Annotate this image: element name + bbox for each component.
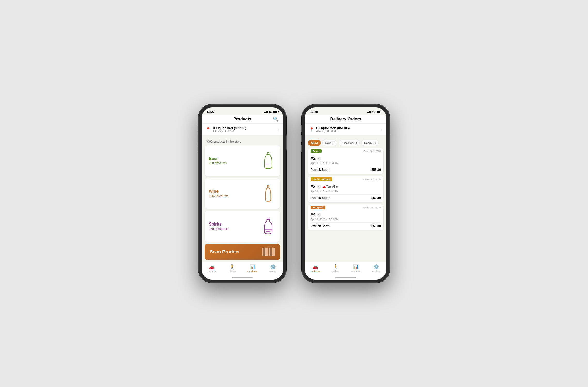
nav-settings-label-right: Settings: [372, 270, 381, 273]
home-indicator-left: [202, 275, 283, 280]
location-pin-right: 📍: [309, 127, 314, 132]
nav-pickup-label-right: Pickup: [332, 270, 339, 273]
driver-name: Tom Allan: [326, 185, 338, 188]
products-icon-left: 📊: [250, 264, 256, 270]
wine-count: 1362 products: [209, 194, 228, 198]
customer-3: Patrick Scott: [311, 224, 329, 228]
order-number-2: #3 © 🚗 Tom Allan: [311, 184, 381, 189]
products-header: Products 🔍: [202, 115, 283, 124]
store-name-right: D Liquor Mart (851185): [316, 126, 350, 130]
battery-icon-left: [273, 111, 278, 113]
scan-label: Scan Product: [210, 249, 240, 255]
location-bar-left[interactable]: 📍 D Liquor Mart (851185) Atlanta, GA 303…: [202, 124, 283, 136]
scene: 12:27 4G Products 🔍: [198, 104, 390, 283]
spirits-bottle-icon: [260, 217, 276, 235]
customer-1: Patrick Scott: [311, 168, 329, 172]
nav-products-right[interactable]: 📊 Products: [346, 264, 366, 273]
right-phone: 12:26 4G Delivery Orders: [302, 104, 390, 283]
amount-1: $53.30: [371, 168, 381, 172]
spirits-count: 1781 products: [209, 227, 228, 231]
delivery-icon-right: 🚗: [312, 264, 318, 270]
filter-all[interactable]: All(5): [308, 140, 321, 146]
bottom-nav-right: 🚗 Delivery 🚶 Pickup 📊 Products ⚙️ Settin…: [305, 262, 386, 275]
nav-settings-right[interactable]: ⚙️ Settings: [366, 264, 386, 273]
status-bar-right: 12:26 4G: [305, 107, 386, 115]
scan-product-button[interactable]: Scan Product: [205, 244, 280, 260]
spirits-category[interactable]: Spirits 1781 products: [205, 211, 280, 242]
status-badge-3: Accepted: [311, 206, 325, 209]
wine-name: Wine: [209, 189, 228, 194]
order-card-3[interactable]: Accepted Order No: 12338 #4 © Apr 11, 20…: [308, 204, 383, 230]
nav-pickup-label: Pickup: [229, 270, 236, 273]
car-icon: 🚗: [322, 185, 326, 188]
network-right: 4G: [372, 111, 375, 113]
order-card-2[interactable]: Out for Delivery Order No: 12335 #3 © 🚗 …: [308, 176, 383, 202]
search-icon[interactable]: 🔍: [273, 116, 278, 122]
svg-rect-0: [267, 153, 269, 155]
beer-category[interactable]: Beer 858 products: [205, 145, 280, 176]
order-date-1: Apr 11, 2020 at 1:54 AM: [311, 162, 381, 165]
nav-pickup-left[interactable]: 🚶 Pickup: [222, 264, 242, 273]
network-left: 4G: [269, 111, 272, 113]
order-number-1: #2 ©: [311, 156, 381, 161]
store-address-left: Atlanta, GA 30303: [213, 130, 246, 133]
pickup-icon: 🚶: [229, 264, 235, 270]
order-number-3: #4 ©: [311, 212, 381, 218]
chevron-right-left: ›: [278, 128, 279, 132]
wine-category[interactable]: Wine 1362 products: [205, 178, 280, 209]
order-date-3: Apr 11, 2020 at 2:02 AM: [311, 218, 381, 221]
nav-products-label-right: Products: [351, 270, 361, 273]
order-no-1: Order No: 12333: [363, 150, 381, 152]
nav-settings-label: Settings: [269, 270, 277, 273]
customer-2: Patrick Scott: [311, 196, 329, 200]
products-title: Products: [233, 117, 251, 121]
svg-rect-2: [267, 185, 269, 188]
filter-accepted[interactable]: Accepted(1): [339, 140, 360, 146]
wine-bottle-icon: [260, 184, 276, 203]
signal-icon-right: [367, 111, 371, 113]
status-badge-2: Out for Delivery: [311, 177, 332, 181]
nav-delivery-label-right: Delivery: [311, 270, 320, 273]
nav-delivery-left[interactable]: 🚗 Delivery: [202, 264, 222, 273]
amount-3: $53.30: [371, 224, 381, 228]
battery-icon-right: [376, 111, 381, 113]
location-pin-left: 📍: [206, 127, 211, 132]
filter-ready[interactable]: Ready(1): [361, 140, 378, 146]
order-card-1[interactable]: Ready Order No: 12333 #2 © Apr 11, 2020 …: [308, 148, 383, 174]
driver-info: 🚗 Tom Allan: [322, 185, 338, 188]
order-date-2: Apr 11, 2020 at 1:56 AM: [311, 190, 381, 193]
left-phone: 12:27 4G Products 🔍: [198, 104, 286, 283]
status-icons-right: 4G: [367, 111, 381, 113]
signal-icon-left: [264, 111, 268, 113]
nav-products-label: Products: [247, 270, 258, 273]
time-left: 12:27: [207, 110, 215, 114]
filter-tabs: All(5) New(2) Accepted(1) Ready(1): [305, 138, 386, 148]
beer-count: 858 products: [209, 161, 227, 165]
delivery-header: Delivery Orders: [305, 115, 386, 124]
categories-list: Beer 858 products Wine 1362 products: [202, 145, 283, 242]
amount-2: $53.30: [371, 196, 381, 200]
delivery-title: Delivery Orders: [330, 117, 361, 121]
delivery-icon: 🚗: [209, 264, 215, 270]
pickup-icon-right: 🚶: [333, 264, 338, 270]
barcode-icon: [262, 248, 275, 256]
order-no-3: Order No: 12338: [363, 206, 381, 209]
store-name-left: D Liquor Mart (851185): [213, 126, 246, 130]
beer-name: Beer: [209, 156, 227, 161]
nav-pickup-right[interactable]: 🚶 Pickup: [325, 264, 346, 273]
location-bar-right[interactable]: 📍 D Liquor Mart (851185) Atlanta, GA 303…: [305, 124, 386, 136]
settings-icon-left: ⚙️: [270, 264, 276, 270]
order-no-2: Order No: 12335: [363, 178, 381, 181]
nav-settings-left[interactable]: ⚙️ Settings: [263, 264, 283, 273]
bottom-nav-left: 🚗 Delivery 🚶 Pickup 📊 Products ⚙️ Settin…: [202, 262, 283, 275]
nav-delivery-right[interactable]: 🚗 Delivery: [305, 264, 325, 273]
nav-delivery-label: Delivery: [207, 270, 216, 273]
status-bar-left: 12:27 4G: [202, 107, 283, 115]
beer-bottle-icon: [260, 152, 276, 170]
filter-new[interactable]: New(2): [322, 140, 337, 146]
orders-list: Ready Order No: 12333 #2 © Apr 11, 2020 …: [305, 148, 386, 262]
chevron-right-right: ›: [381, 128, 382, 132]
nav-products-left[interactable]: 📊 Products: [242, 264, 263, 273]
spirits-name: Spirits: [209, 222, 228, 227]
status-icons-left: 4G: [264, 111, 278, 113]
